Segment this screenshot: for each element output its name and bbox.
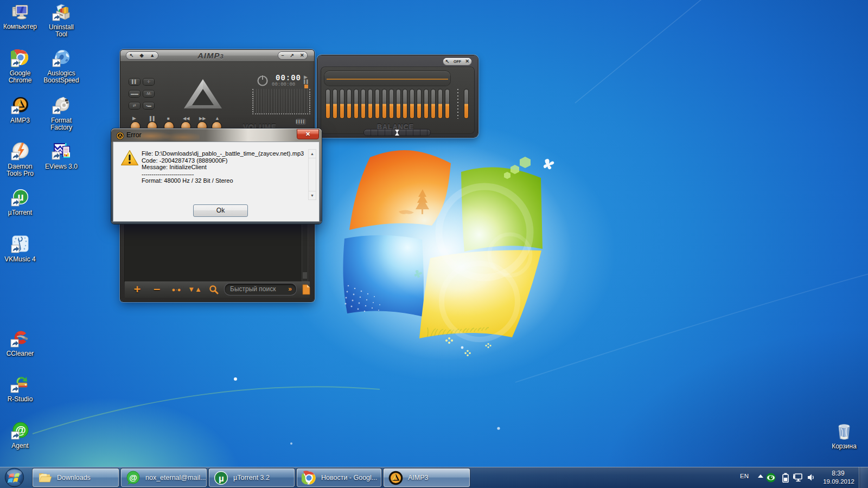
svg-text:@: @	[129, 473, 137, 482]
svg-text:µ: µ	[219, 473, 224, 484]
